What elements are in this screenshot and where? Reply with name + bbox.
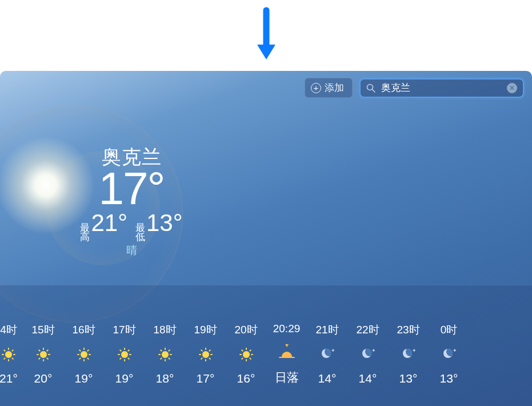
search-icon [366,83,375,93]
hourly-item: 19时 17° [185,323,226,385]
weather-window: + 添加 ✕ 奥克兰 17° 最高 21° 最低 13° 晴 [0,71,532,406]
hour-temperature: 17° [197,372,215,385]
hourly-item: 23时 ✦ 13° [388,323,429,385]
hour-time: 16时 [72,323,95,337]
hourly-item: 18时 18° [145,323,185,385]
sun-icon [199,348,212,361]
clear-icon[interactable]: ✕ [507,83,517,93]
hour-time: 18时 [153,323,176,337]
hourly-item: 15时 20° [23,323,63,385]
hour-time: 17时 [113,323,135,337]
low-temperature: 13° [146,209,183,237]
hour-temperature: 19° [115,372,134,385]
toolbar: + 添加 ✕ [305,78,524,98]
add-location-button[interactable]: + 添加 [305,78,353,98]
svg-line-2 [373,89,375,92]
add-label: 添加 [325,81,344,94]
sun-icon [159,348,171,361]
hourly-item: 20时 16° [226,323,266,385]
arrow-down-icon [255,6,278,63]
hourly-item: 16时 19° [63,323,104,385]
hour-time: 21时 [315,323,338,337]
sunset-icon [279,345,295,359]
sun-icon [2,348,15,361]
hour-time: 20时 [234,323,257,337]
moon-stars-icon: ✦ [322,349,333,360]
low-label: 最低 [135,224,145,242]
hour-time: 20:29 [273,323,301,335]
hourly-item: 4时 21° [0,323,23,385]
hourly-forecast[interactable]: 4时 21° 15时 20° 16时 19° 17时 19° 18时 18° 1… [0,285,532,406]
hour-temperature: 21° [0,372,18,385]
hour-temperature: 14° [359,372,377,385]
hour-temperature: 14° [318,372,337,385]
sun-icon [37,348,50,361]
hourly-item: 20:29 日落 [266,323,307,385]
hour-temperature: 日落 [275,369,299,385]
high-low-row: 最高 21° 最低 13° [51,209,211,242]
callout-arrow [243,0,289,69]
plus-circle-icon: + [311,83,321,93]
moon-stars-icon: ✦ [362,349,374,360]
hourly-item: 17时 19° [104,323,145,385]
sun-icon [240,348,253,361]
current-weather: 奥克兰 17° 最高 21° 最低 13° 晴 [51,144,211,258]
hour-time: 15时 [31,323,54,337]
sun-icon [118,348,131,361]
hour-time: 0时 [441,323,458,337]
hourly-item: 22时 ✦ 14° [347,323,388,385]
high-temperature: 21° [91,209,127,237]
hour-time: 4时 [0,323,17,337]
hour-temperature: 16° [237,372,255,385]
hour-temperature: 20° [34,372,53,385]
current-temperature: 17° [51,166,211,212]
hour-temperature: 13° [399,372,418,385]
search-input[interactable] [381,82,507,94]
search-field[interactable]: ✕ [359,78,524,98]
hour-time: 23时 [397,323,419,337]
hourly-item: 21时 ✦ 14° [307,323,347,385]
condition-text: 晴 [51,243,211,258]
sun-icon [78,348,90,361]
hour-temperature: 13° [440,372,458,385]
hour-time: 19时 [194,323,217,337]
moon-stars-icon: ✦ [403,349,414,360]
hour-temperature: 19° [75,372,93,385]
moon-stars-icon: ✦ [443,349,455,360]
hourly-item: 0时 ✦ 13° [429,323,469,385]
hour-time: 22时 [356,323,379,337]
hour-temperature: 18° [156,372,174,385]
high-label: 最高 [80,224,90,242]
